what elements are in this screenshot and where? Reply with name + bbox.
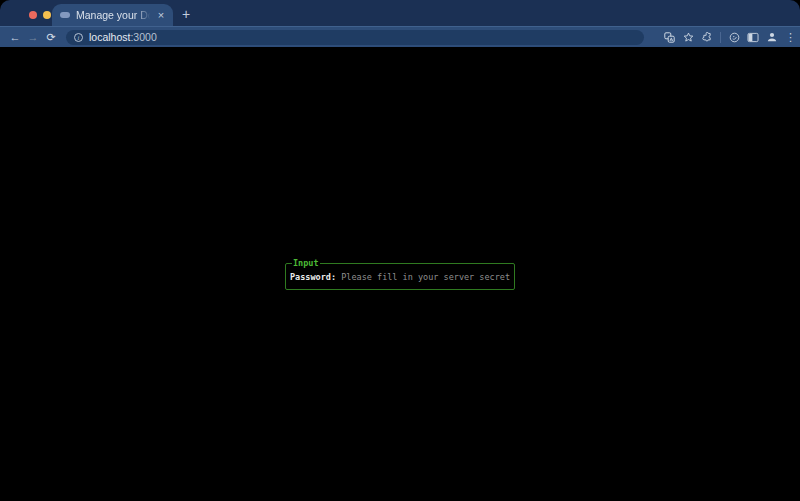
password-row[interactable]: Password: Please fill in your server sec… [289,271,511,283]
minimize-window-button[interactable] [43,11,51,19]
password-label: Password: [290,272,336,282]
bookmark-star-icon[interactable] [682,31,694,43]
address-bar[interactable]: i localhost:3000 [66,30,644,45]
extension-badge-icon[interactable] [728,31,740,43]
url-port: :3000 [130,31,156,43]
side-panel-icon[interactable] [747,31,759,43]
password-placeholder: Please fill in your server secret [336,272,510,282]
url-host: localhost [89,31,130,43]
browser-menu-icon[interactable]: ⋮ [785,31,793,43]
input-box-legend: Input [292,259,320,268]
extensions-icon[interactable] [701,31,713,43]
tab-favicon-icon [60,12,70,18]
tab-title: Manage your Docker fleet wi [76,9,152,21]
url-text: localhost:3000 [89,31,157,43]
page-content: Input Password: Please fill in your serv… [0,47,800,501]
reload-icon[interactable]: ⟳ [43,29,59,45]
browser-window: Manage your Docker fleet wi × + ← → ⟳ i … [0,0,800,501]
back-icon[interactable]: ← [7,29,23,45]
close-window-button[interactable] [29,11,37,19]
tab-strip: Manage your Docker fleet wi × + [0,0,800,26]
new-tab-button[interactable]: + [176,4,196,24]
forward-icon[interactable]: → [25,29,41,45]
active-tab[interactable]: Manage your Docker fleet wi × [52,4,173,26]
password-input[interactable]: Input Password: Please fill in your serv… [285,259,515,290]
toolbar-divider [720,32,721,43]
toolbar-actions: ⋮ [663,31,793,43]
site-info-icon[interactable]: i [74,33,83,42]
tab-close-icon[interactable]: × [155,9,167,21]
profile-avatar-icon[interactable] [766,31,778,43]
browser-toolbar: ← → ⟳ i localhost:3000 [0,26,800,47]
translate-icon[interactable] [663,31,675,43]
